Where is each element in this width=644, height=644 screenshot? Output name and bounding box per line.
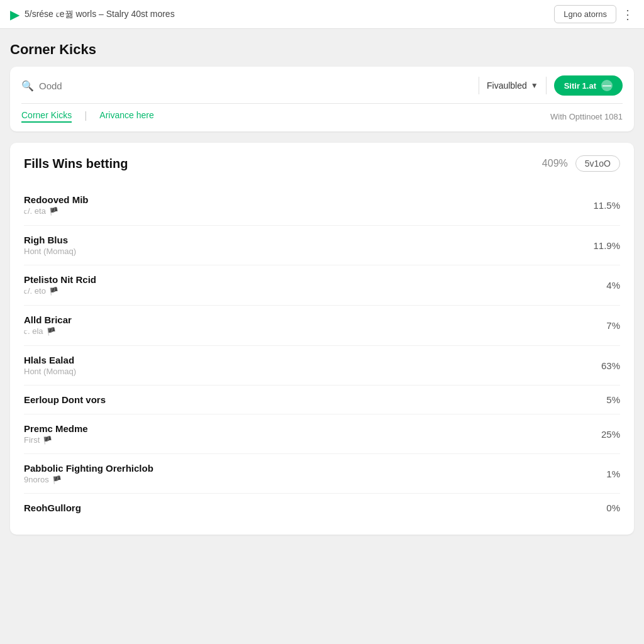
bet-item-sub: ꞇ. ela🏴 xyxy=(24,326,72,336)
bet-item-sub: Hont (Momaq) xyxy=(24,367,76,376)
bet-sub-icon: 🏴 xyxy=(43,436,52,445)
vertical-divider xyxy=(479,77,479,94)
bet-item[interactable]: Righ BlusHont (Momaq)11.9% xyxy=(24,226,620,265)
page-title: Corner Kicks xyxy=(10,42,634,58)
bet-sub-icon: 🏴 xyxy=(49,287,58,296)
betting-badge: 5v1oO xyxy=(575,155,620,172)
bet-item[interactable]: Eerloup Dont vors5% xyxy=(24,386,620,414)
top-bar: ▶ 5/srése ꞇe꿞 worls – Stalry 40st mores … xyxy=(0,0,644,29)
bet-item[interactable]: Pabbolic Fighting Orerhiclob9noros🏴1% xyxy=(24,454,620,494)
search-row: 🔍 Fivaulbled ▼ Sitir 1.at — xyxy=(21,75,623,104)
bet-item-name: Eerloup Dont vors xyxy=(24,394,106,405)
betting-card: Fills Wins betting 409% 5v1oO Redooved M… xyxy=(10,143,634,535)
search-filter-card: 🔍 Fivaulbled ▼ Sitir 1.at — Corner Kicks… xyxy=(10,67,634,131)
bet-item-pct: 25% xyxy=(582,429,620,440)
bet-item-left: Redooved Mibꞇ/. eta🏴 xyxy=(24,194,89,216)
bet-item-name: Righ Blus xyxy=(24,235,76,245)
bet-item-pct: 11.9% xyxy=(582,240,620,251)
bet-item-left: ReohGullorg xyxy=(24,502,81,513)
top-bar-left: ▶ 5/srése ꞇe꿞 worls – Stalry 40st mores xyxy=(10,7,175,22)
tab-divider: | xyxy=(84,110,87,123)
betting-header-right: 409% 5v1oO xyxy=(542,155,620,172)
bet-item[interactable]: Alld Bricarꞇ. ela🏴7% xyxy=(24,306,620,346)
toggle-button[interactable]: Sitir 1.at — xyxy=(554,75,623,96)
bet-item-sub: Hont (Momaq) xyxy=(24,247,76,256)
search-icon: 🔍 xyxy=(21,80,34,92)
betting-title: Fills Wins betting xyxy=(24,157,128,171)
search-input[interactable] xyxy=(39,80,471,91)
tabs-right-label: With Opttinoet 1081 xyxy=(550,112,623,121)
bet-item-name: Hlals Ealad xyxy=(24,355,76,365)
main-content: Corner Kicks 🔍 Fivaulbled ▼ Sitir 1.at —… xyxy=(0,29,644,547)
app-logo-icon: ▶ xyxy=(10,7,19,22)
toggle-minus-icon: — xyxy=(601,80,613,91)
bet-item-left: Premc MedmeFirst🏴 xyxy=(24,423,88,445)
bet-item-name: ReohGullorg xyxy=(24,502,81,513)
bet-item-left: Pabbolic Fighting Orerhiclob9noros🏴 xyxy=(24,463,153,484)
bet-item[interactable]: Redooved Mibꞇ/. eta🏴11.5% xyxy=(24,186,620,226)
bet-item-name: Ptelisto Nit Rcid xyxy=(24,274,96,285)
bet-item-left: Alld Bricarꞇ. ela🏴 xyxy=(24,314,72,336)
vertical-divider-2 xyxy=(546,77,547,94)
bet-item[interactable]: ReohGullorg0% xyxy=(24,494,620,522)
toggle-label: Sitir 1.at xyxy=(564,81,596,91)
bet-item[interactable]: Ptelisto Nit Rcidꞇ/. eto🏴4% xyxy=(24,265,620,306)
login-button[interactable]: Lgno atorns xyxy=(554,5,616,23)
more-options-icon[interactable]: ⋮ xyxy=(621,7,634,22)
betting-header: Fills Wins betting 409% 5v1oO xyxy=(24,155,620,172)
search-input-wrap: 🔍 xyxy=(21,80,471,92)
bet-sub-icon: 🏴 xyxy=(52,475,62,484)
bet-item-pct: 7% xyxy=(582,320,620,331)
bet-item-pct: 63% xyxy=(582,360,620,371)
bet-item-sub: 9noros🏴 xyxy=(24,475,153,484)
bet-item-name: Redooved Mib xyxy=(24,194,89,205)
filter-label: Fivaulbled xyxy=(487,80,527,91)
betting-total-pct: 409% xyxy=(542,158,568,169)
bet-item-left: Ptelisto Nit Rcidꞇ/. eto🏴 xyxy=(24,274,96,296)
bet-item-name: Alld Bricar xyxy=(24,314,72,325)
tabs-row: Corner Kicks | Arivance here With Opttin… xyxy=(21,110,623,123)
bet-item-left: Eerloup Dont vors xyxy=(24,394,106,405)
tab-corner-kicks[interactable]: Corner Kicks xyxy=(21,110,72,123)
bet-list: Redooved Mibꞇ/. eta🏴11.5%Righ BlusHont (… xyxy=(24,186,620,522)
tabs-left: Corner Kicks | Arivance here xyxy=(21,110,154,123)
bet-item-pct: 5% xyxy=(582,394,620,405)
bet-sub-icon: 🏴 xyxy=(49,207,58,216)
bet-item[interactable]: Premc MedmeFirst🏴25% xyxy=(24,414,620,454)
bet-item-pct: 4% xyxy=(582,280,620,291)
bet-item-sub: ꞇ/. eto🏴 xyxy=(24,286,96,296)
top-bar-right: Lgno atorns ⋮ xyxy=(554,5,634,23)
bet-item-left: Righ BlusHont (Momaq) xyxy=(24,235,76,256)
tab-arivance-here[interactable]: Arivance here xyxy=(99,110,153,123)
chevron-down-icon: ▼ xyxy=(531,81,538,90)
bet-item-name: Pabbolic Fighting Orerhiclob xyxy=(24,463,153,474)
bet-item-sub: First🏴 xyxy=(24,435,88,445)
top-bar-title: 5/srése ꞇe꿞 worls – Stalry 40st mores xyxy=(25,9,175,20)
bet-item-pct: 1% xyxy=(582,469,620,479)
bet-item[interactable]: Hlals EaladHont (Momaq)63% xyxy=(24,346,620,386)
bet-item-pct: 11.5% xyxy=(582,200,620,211)
bet-item-sub: ꞇ/. eta🏴 xyxy=(24,206,89,216)
bet-item-name: Premc Medme xyxy=(24,423,88,434)
bet-item-left: Hlals EaladHont (Momaq) xyxy=(24,355,76,376)
bet-sub-icon: 🏴 xyxy=(47,327,56,336)
bet-item-pct: 0% xyxy=(582,502,620,513)
filter-dropdown[interactable]: Fivaulbled ▼ xyxy=(487,80,538,91)
